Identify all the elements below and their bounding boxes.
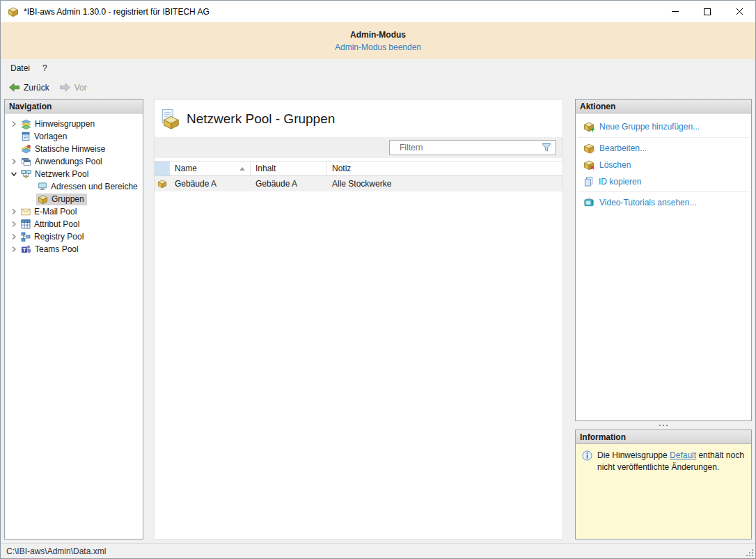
minimize-icon — [672, 11, 679, 12]
back-button[interactable]: Zurück — [3, 81, 54, 94]
filter-funnel-icon[interactable] — [541, 143, 552, 152]
email-envelope-icon — [21, 207, 31, 216]
action-video-tutorials[interactable]: Video-Tutorials ansehen... — [576, 194, 751, 210]
tree-node[interactable]: Netzwerk Pool — [19, 168, 91, 180]
window-title: *IBI-aws Admin 1.30.0 - registriert für … — [24, 7, 210, 17]
vorlagen-template-icon — [21, 132, 31, 141]
statusbar: C:\IBI-aws\Admin\Data.xml — [1, 543, 755, 558]
action-add-group[interactable]: Neue Gruppe hinzufügen... — [576, 118, 751, 135]
column-header-name[interactable]: Name — [170, 162, 251, 175]
gruppen-package-icon — [38, 194, 48, 205]
tree-label: Registry Pool — [34, 232, 84, 242]
close-icon — [736, 8, 743, 15]
table-row[interactable]: Gebäude A Gebäude A Alle Stockwerke — [155, 176, 562, 191]
action-copy-id[interactable]: ID kopieren — [576, 173, 751, 189]
cell-name: Gebäude A — [170, 179, 251, 189]
row-icon-cell — [155, 179, 170, 189]
information-header: Information — [576, 430, 751, 444]
tree-node[interactable]: Attribut Pool — [19, 219, 82, 230]
tree-item-anwendungs-pool[interactable]: Anwendungs Pool — [5, 155, 143, 168]
tree-item-attribut-pool[interactable]: Attribut Pool — [5, 218, 143, 230]
tree-item-vorlagen[interactable]: Vorlagen — [5, 130, 143, 143]
right-panel: Aktionen Neue Gruppe hinzufügen... — [575, 99, 752, 540]
forward-button[interactable]: Vor — [54, 81, 92, 94]
group-package-icon — [157, 179, 167, 189]
tree-item-gruppen[interactable]: Gruppen — [5, 193, 143, 205]
statusbar-path: C:\IBI-aws\Admin\Data.xml — [6, 546, 106, 556]
tree-node[interactable]: Hinweisgruppen — [19, 118, 97, 130]
tree-item-statische-hinweise[interactable]: Statische Hinweise — [5, 143, 143, 155]
information-body: Die Hinweisgruppe Default enthält noch n… — [576, 444, 751, 539]
content-panel: Netzwerk Pool - Gruppen Name — [154, 99, 563, 540]
menu-help[interactable]: ? — [36, 61, 54, 75]
app-logo-icon — [8, 6, 19, 17]
column-label: Notiz — [332, 164, 351, 173]
tv-icon — [583, 197, 594, 207]
tree-item-email-pool[interactable]: E-Mail Pool — [5, 205, 143, 218]
panel-splitter[interactable] — [575, 421, 752, 430]
tree-node[interactable]: Adressen und Bereiche — [36, 181, 141, 192]
tree-node[interactable]: Vorlagen — [19, 131, 70, 142]
column-label: Name — [175, 164, 197, 173]
default-group-link[interactable]: Default — [670, 450, 696, 460]
expand-chevron-icon[interactable] — [8, 233, 19, 240]
package-add-icon — [583, 121, 594, 132]
tree-node[interactable]: Anwendungs Pool — [19, 156, 105, 168]
actions-separator — [578, 137, 749, 138]
minimize-button[interactable] — [659, 1, 691, 22]
actions-panel: Aktionen Neue Gruppe hinzufügen... — [575, 99, 752, 421]
navigation-panel: Navigation Hinweisgruppen — [4, 99, 143, 540]
tree-node[interactable]: E-Mail Pool — [19, 206, 79, 217]
filter-strip — [155, 137, 562, 158]
tree-item-adressen-und-bereiche[interactable]: Adressen und Bereiche — [5, 180, 143, 193]
forward-label: Vor — [74, 83, 87, 93]
menu-datei[interactable]: Datei — [4, 61, 36, 75]
tree-label: Anwendungs Pool — [35, 157, 102, 166]
information-panel: Information Die Hinweisgruppe Default en… — [575, 430, 752, 540]
expand-chevron-icon[interactable] — [8, 221, 19, 228]
navigation-tree: Hinweisgruppen Vorlagen — [5, 113, 143, 255]
action-edit[interactable]: Bearbeiten... — [576, 140, 751, 157]
action-label: Bearbeiten... — [599, 143, 647, 153]
app-icon — [8, 6, 19, 17]
action-label: Löschen — [599, 160, 631, 170]
information-text: Die Hinweisgruppe Default enthält noch n… — [597, 450, 745, 473]
column-header-inhalt[interactable]: Inhalt — [251, 162, 327, 175]
tree-item-hinweisgruppen[interactable]: Hinweisgruppen — [5, 118, 143, 130]
app-window: *IBI-aws Admin 1.30.0 - registriert für … — [0, 0, 756, 559]
expand-chevron-icon[interactable] — [8, 158, 19, 165]
tree-item-teams-pool[interactable]: Teams Pool — [5, 243, 143, 255]
adressen-monitor-icon — [38, 182, 47, 191]
action-label: ID kopieren — [599, 177, 641, 187]
package-edit-icon — [583, 143, 594, 154]
tree-node[interactable]: Registry Pool — [19, 231, 86, 242]
tree-item-registry-pool[interactable]: Registry Pool — [5, 230, 143, 243]
filter-input[interactable] — [390, 143, 541, 152]
tree-node-selected[interactable]: Gruppen — [36, 194, 87, 205]
expand-chevron-icon[interactable] — [8, 208, 19, 215]
admin-mode-banner: Admin-Modus Admin-Modus beenden — [1, 22, 755, 59]
maximize-button[interactable] — [691, 1, 723, 22]
close-button[interactable] — [723, 1, 755, 22]
table-header-row: Name Inhalt Notiz — [155, 161, 562, 176]
collapse-chevron-icon[interactable] — [8, 171, 19, 178]
page-title: Netzwerk Pool - Gruppen — [187, 111, 335, 127]
admin-mode-exit-link[interactable]: Admin-Modus beenden — [335, 42, 421, 52]
icon-column-header[interactable] — [155, 162, 170, 175]
cell-inhalt: Gebäude A — [251, 179, 327, 189]
toolbar: Zurück Vor — [1, 77, 755, 97]
resize-grip-icon[interactable] — [746, 549, 754, 557]
tree-node[interactable]: Teams Pool — [19, 244, 81, 255]
column-header-notiz[interactable]: Notiz — [327, 162, 562, 175]
back-label: Zurück — [24, 83, 49, 93]
expand-chevron-icon[interactable] — [8, 246, 19, 253]
action-label: Video-Tutorials ansehen... — [599, 198, 696, 207]
navigation-header: Navigation — [5, 100, 143, 113]
tree-label: Gruppen — [52, 194, 84, 204]
expand-chevron-icon[interactable] — [8, 120, 19, 127]
package-delete-icon — [583, 159, 594, 171]
registry-tree-icon — [21, 232, 31, 242]
tree-node[interactable]: Statische Hinweise — [19, 143, 108, 155]
action-delete[interactable]: Löschen — [576, 157, 751, 173]
tree-item-netzwerk-pool[interactable]: Netzwerk Pool — [5, 168, 143, 180]
